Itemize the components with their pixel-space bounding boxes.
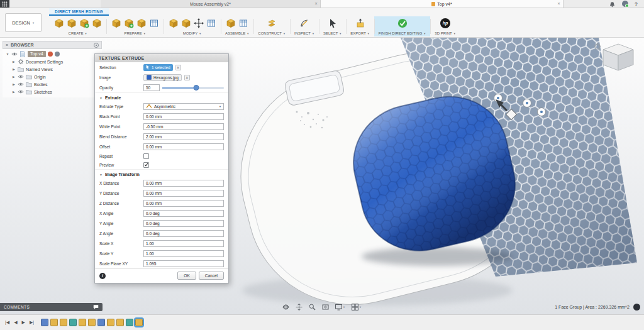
construct-plane-icon[interactable] xyxy=(267,18,277,28)
selection-chip[interactable]: 1 selected xyxy=(143,64,173,71)
close-icon[interactable]: × xyxy=(314,1,318,6)
timeline-feature[interactable] xyxy=(126,319,133,326)
y-distance-input[interactable]: 0.00 mm xyxy=(143,190,224,197)
browser-item-sketches[interactable]: ▶ Sketches xyxy=(3,88,102,96)
sync-badge-icon[interactable] xyxy=(55,52,60,57)
timeline-feature[interactable] xyxy=(88,319,96,326)
prepare-generate-icon[interactable] xyxy=(123,18,134,28)
y-angle-input[interactable]: 0.0 deg xyxy=(143,220,224,227)
create-primitive-icon[interactable] xyxy=(91,18,102,28)
x-angle-input[interactable]: 0.0 deg xyxy=(143,210,224,217)
section-collapse-icon[interactable]: ▼ xyxy=(99,173,103,177)
modify-table-icon[interactable] xyxy=(206,18,216,28)
scale-y-input[interactable]: 1.00 xyxy=(143,250,224,257)
create-add-icon[interactable] xyxy=(79,18,89,28)
scale-x-input[interactable]: 1.00 xyxy=(143,240,224,247)
selection-clear-icon[interactable]: × xyxy=(175,65,181,70)
extrude-section-header[interactable]: ▼ Extrude xyxy=(95,92,228,101)
expand-icon[interactable]: ▶ xyxy=(12,67,16,71)
comments-panel[interactable]: COMMENTS xyxy=(0,303,103,311)
tab-top-v4[interactable]: Top v4* × xyxy=(321,0,564,8)
measure-icon[interactable] xyxy=(299,18,309,28)
modify-smooth-icon[interactable] xyxy=(180,18,191,28)
assemble-component-icon[interactable] xyxy=(226,18,236,28)
timeline-feature[interactable] xyxy=(69,319,77,326)
eye-icon[interactable] xyxy=(11,51,18,57)
construct-menu[interactable]: CONSTRUCT▼ xyxy=(258,31,286,35)
display-settings-icon[interactable]: ▼ xyxy=(335,304,345,311)
timeline-step-back-button[interactable]: ◀ xyxy=(13,320,18,325)
white-point-input[interactable]: -0.50 mm xyxy=(143,123,224,130)
modify-menu[interactable]: MODIFY▼ xyxy=(183,31,201,35)
dialog-titlebar[interactable]: TEXTURE EXTRUDE xyxy=(95,54,228,62)
status-icon[interactable] xyxy=(633,304,640,311)
notification-bell-icon[interactable] xyxy=(609,1,616,8)
eye-icon[interactable] xyxy=(18,81,24,87)
prepare-menu[interactable]: PREPARE▼ xyxy=(124,31,145,35)
comment-bubble-icon[interactable] xyxy=(93,304,99,310)
print-menu[interactable]: 3D PRINT▼ xyxy=(435,31,455,35)
expand-icon[interactable]: ▶ xyxy=(12,90,16,94)
section-collapse-icon[interactable]: ▼ xyxy=(99,96,103,100)
timeline-feature[interactable] xyxy=(79,319,86,326)
direct-mesh-editing-tab[interactable]: DIRECT MESH EDITING xyxy=(49,8,109,16)
opacity-input[interactable]: 50 xyxy=(143,84,160,91)
timeline-feature-selected[interactable] xyxy=(135,319,143,326)
assemble-menu[interactable]: ASSEMBLE▼ xyxy=(225,31,249,35)
preview-checkbox[interactable] xyxy=(143,162,149,168)
scale-plane-xy-input[interactable]: 1.095 xyxy=(143,260,224,267)
avatar[interactable] xyxy=(622,1,628,7)
help-icon[interactable]: ? xyxy=(635,1,638,7)
root-document-label[interactable]: Top v4 xyxy=(28,51,46,57)
expand-icon[interactable]: ▶ xyxy=(12,75,16,79)
browser-root-row[interactable]: ▼ Top v4 xyxy=(3,50,102,58)
hp-logo-icon[interactable]: hp xyxy=(440,18,450,28)
offset-input[interactable]: 0.00 mm xyxy=(143,143,224,150)
timeline-feature[interactable] xyxy=(97,319,105,326)
eye-icon[interactable] xyxy=(18,89,24,95)
select-menu[interactable]: SELECT▼ xyxy=(323,31,341,35)
opacity-slider[interactable] xyxy=(162,84,224,91)
image-chip[interactable]: Hexagons.jpg xyxy=(143,74,182,81)
timeline-play-button[interactable]: ▶ xyxy=(21,320,26,325)
export-menu[interactable]: EXPORT▼ xyxy=(350,31,370,35)
close-icon[interactable]: × xyxy=(557,1,560,6)
image-clear-icon[interactable]: × xyxy=(184,75,190,80)
app-grid-icon[interactable] xyxy=(0,0,9,8)
z-angle-input[interactable]: 0.0 deg xyxy=(143,230,224,237)
timeline-go-start-button[interactable]: |◀ xyxy=(4,320,10,325)
extrude-type-dropdown[interactable]: Asymmetric ▼ xyxy=(143,103,224,110)
move-icon[interactable] xyxy=(193,18,204,28)
ok-button[interactable]: OK xyxy=(177,272,196,280)
viewport-3d[interactable]: « BROWSER ▼ Top v4 ▶ Document Settings xyxy=(0,38,644,314)
fit-view-icon[interactable] xyxy=(322,304,329,311)
create-form-icon[interactable] xyxy=(66,18,77,28)
expand-icon[interactable]: ▼ xyxy=(6,52,9,56)
shared-badge-icon[interactable] xyxy=(48,52,53,57)
create-box-icon[interactable] xyxy=(53,18,64,28)
finish-direct-editing-button[interactable]: FINISH DIRECT EDITING▼ xyxy=(374,16,431,36)
timeline-feature[interactable] xyxy=(41,319,48,326)
expand-icon[interactable]: ▶ xyxy=(12,60,16,63)
timeline-feature[interactable] xyxy=(116,319,124,326)
browser-item-origin[interactable]: ▶ Origin xyxy=(3,73,102,80)
browser-item-bodies[interactable]: ▶ Bodies xyxy=(3,80,102,88)
browser-item-named-views[interactable]: ▶ Named Views xyxy=(3,65,102,73)
workspace-switcher[interactable]: DESIGN ▼ xyxy=(5,13,42,32)
timeline-feature[interactable] xyxy=(60,319,67,326)
blend-distance-input[interactable]: 2.00 mm xyxy=(143,133,224,140)
modify-remesh-icon[interactable] xyxy=(168,18,179,28)
prepare-mesh-icon[interactable] xyxy=(111,18,121,28)
x-distance-input[interactable]: 0.00 mm xyxy=(143,180,224,187)
orbit-icon[interactable] xyxy=(282,304,289,311)
pan-icon[interactable] xyxy=(296,304,303,311)
collapse-icon[interactable]: « xyxy=(6,43,8,47)
zoom-icon[interactable] xyxy=(309,304,316,311)
select-cursor-icon[interactable] xyxy=(327,18,338,28)
timeline-go-end-button[interactable]: ▶| xyxy=(29,320,35,325)
repeat-checkbox[interactable] xyxy=(143,153,149,159)
eye-icon[interactable] xyxy=(18,74,24,80)
browser-options-icon[interactable] xyxy=(94,43,99,48)
slider-handle[interactable] xyxy=(193,85,199,91)
prepare-facegroup-icon[interactable] xyxy=(148,18,159,28)
